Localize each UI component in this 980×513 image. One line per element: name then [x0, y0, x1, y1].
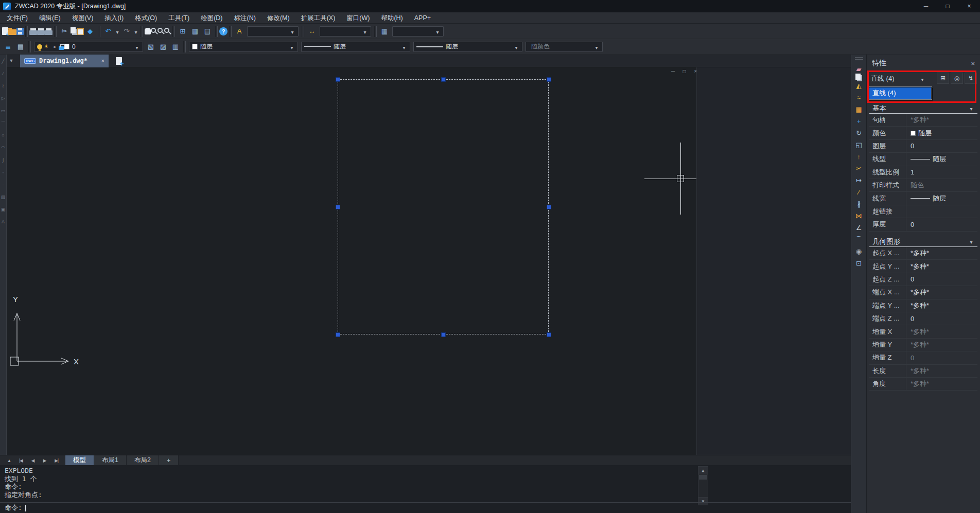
selection-grip[interactable] — [547, 77, 551, 82]
break-at-point-icon[interactable]: ∕ — [852, 186, 866, 198]
quick-select-icon[interactable]: ⊞ — [937, 73, 949, 84]
trim-icon[interactable]: ✂ — [852, 163, 866, 174]
layout-first-button[interactable]: |◀ — [15, 456, 27, 465]
document-tab-drawing1[interactable]: DWG Drawing1.dwg* × — [20, 55, 109, 67]
table-icon[interactable]: ▦ — [189, 25, 201, 38]
menu-item-4[interactable]: 格式(O) — [129, 12, 163, 24]
zoom-window-icon[interactable] — [157, 28, 163, 33]
mdi-close-button[interactable]: × — [692, 68, 696, 74]
zoom-previous-icon[interactable] — [164, 28, 169, 33]
array-icon[interactable]: ▦ — [852, 103, 866, 115]
property-value[interactable]: *多种* — [906, 365, 977, 377]
help-icon[interactable] — [219, 27, 227, 36]
drawing-canvas[interactable]: ─□× Y X — [7, 67, 696, 455]
color-control[interactable]: 随层 — [189, 42, 298, 52]
mtext-tool-icon[interactable]: A — [2, 219, 5, 225]
menu-item-11[interactable]: 帮助(H) — [375, 12, 408, 24]
plot-style-control[interactable]: 随颜色 — [526, 42, 603, 52]
scroll-down-icon[interactable]: ▼ — [698, 497, 708, 505]
layer-previous-icon[interactable]: ▨ — [157, 41, 169, 53]
layer-states-icon[interactable]: ▤ — [14, 41, 27, 53]
extend-icon[interactable]: ↦ — [852, 174, 866, 186]
property-value[interactable]: 随层 — [906, 127, 977, 139]
copy-icon[interactable] — [71, 27, 76, 33]
layout-next-button[interactable]: ▶ — [39, 456, 50, 465]
selection-grip[interactable] — [336, 205, 340, 209]
layout-menu-button[interactable]: ▲ — [3, 456, 15, 465]
property-value[interactable]: *多种* — [906, 114, 977, 126]
layer-states-manager-icon[interactable]: ▥ — [169, 41, 182, 53]
text-style-icon[interactable]: A — [233, 25, 246, 38]
property-value[interactable]: 0 — [906, 351, 977, 364]
rectangle-tool-icon[interactable]: ▭ — [1, 108, 6, 114]
menu-item-10[interactable]: 窗口(W) — [341, 12, 375, 24]
close-button[interactable]: × — [958, 0, 980, 12]
property-value[interactable]: *多种* — [906, 299, 977, 312]
property-value[interactable]: 0 — [906, 218, 977, 231]
menu-item-12[interactable]: APP+ — [409, 12, 436, 24]
menu-item-3[interactable]: 插入(I) — [99, 12, 129, 24]
make-object-layer-current-icon[interactable]: ▧ — [145, 41, 157, 53]
arc-tool-icon[interactable]: ⌒ — [1, 120, 6, 126]
save-file-icon[interactable] — [16, 28, 24, 35]
property-value[interactable]: 随层 — [906, 192, 977, 204]
property-value[interactable]: *多种* — [906, 260, 977, 272]
line-tool-icon[interactable]: ╱ — [2, 59, 4, 64]
sheet-set-icon[interactable]: ▤ — [201, 25, 214, 38]
menu-item-7[interactable]: 标注(N) — [229, 12, 261, 24]
command-scrollbar[interactable]: ▲ ▼ — [698, 466, 708, 505]
match-properties-icon[interactable]: ◆ — [84, 25, 96, 38]
menu-item-6[interactable]: 绘图(D) — [195, 12, 228, 24]
polyline-tool-icon[interactable]: ≀ — [2, 83, 4, 89]
scrollbar-thumb[interactable] — [699, 475, 707, 480]
ellipse-tool-icon[interactable]: ◦ — [2, 170, 4, 175]
polygon-tool-icon[interactable]: ▷ — [2, 96, 5, 101]
plot-icon[interactable] — [29, 30, 37, 35]
table-style-icon[interactable]: ▦ — [378, 25, 391, 38]
break-icon[interactable]: ∦ — [852, 198, 866, 210]
property-value[interactable]: 1 — [906, 166, 977, 179]
layer-select[interactable]: ☀▫0 — [34, 42, 143, 52]
selection-grip[interactable] — [336, 77, 340, 82]
layout-prev-button[interactable]: ◀ — [27, 456, 39, 465]
property-value[interactable]: 0 — [906, 312, 977, 325]
pan-icon[interactable] — [145, 28, 151, 34]
stretch-icon[interactable]: ↑ — [852, 151, 866, 163]
zoom-realtime-icon[interactable] — [151, 28, 156, 33]
undo-dropdown-arrow-icon[interactable] — [114, 27, 120, 36]
property-value[interactable]: *多种* — [906, 325, 977, 338]
menu-item-5[interactable]: 工具(T) — [163, 12, 195, 24]
scale-icon[interactable]: ◱ — [852, 139, 866, 151]
mdi-minimize-button[interactable]: ─ — [670, 68, 676, 74]
selection-grip[interactable] — [547, 205, 551, 209]
document-tab-close-icon[interactable]: × — [101, 58, 104, 64]
new-drawing-icon[interactable] — [2, 27, 8, 35]
open-file-icon[interactable] — [8, 29, 16, 35]
menu-item-2[interactable]: 视图(V) — [66, 12, 99, 24]
spline-tool-icon[interactable]: ∫ — [3, 157, 4, 163]
redo-dropdown-arrow-icon[interactable] — [133, 27, 139, 36]
hatch-tool-icon[interactable]: ▨ — [1, 194, 6, 200]
explode-icon[interactable]: ◉ — [852, 245, 866, 257]
property-value[interactable]: 0 — [906, 273, 977, 286]
selection-grip[interactable] — [441, 332, 446, 337]
property-value[interactable]: 0 — [906, 140, 977, 152]
tab-overflow-button[interactable]: ▼ — [7, 58, 16, 63]
menu-item-0[interactable]: 文件(F) — [1, 12, 33, 24]
plot-preview-icon[interactable] — [37, 30, 45, 35]
ray-tool-icon[interactable]: ∕ — [3, 71, 4, 77]
selection-rectangle[interactable] — [338, 79, 549, 334]
region-tool-icon[interactable]: ▣ — [1, 207, 6, 213]
chamfer-icon[interactable]: ∠ — [852, 222, 866, 234]
layout-tab-new-layout[interactable]: + — [159, 455, 179, 466]
entity-type-list-item[interactable]: 直线 (4) — [869, 87, 931, 99]
copy-object-icon[interactable] — [855, 74, 861, 80]
entity-type-dropdown[interactable]: 直线 (4) — [871, 73, 925, 84]
linetype-control[interactable]: 随层 — [301, 42, 410, 52]
command-input[interactable]: 命令: — [5, 504, 26, 512]
section-header[interactable]: 几何图形 — [869, 237, 977, 247]
layout-tab-layout2[interactable]: 布局2 — [127, 455, 159, 466]
toggle-pickadd-icon[interactable]: ↯ — [965, 73, 977, 84]
property-value[interactable]: 随色 — [906, 179, 977, 191]
selection-grip[interactable] — [547, 332, 551, 337]
